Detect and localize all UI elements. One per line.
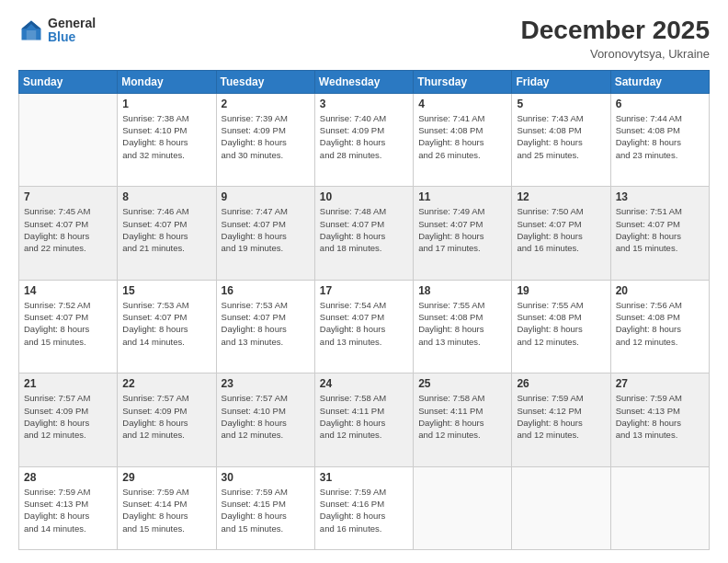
calendar-cell: 13Sunrise: 7:51 AMSunset: 4:07 PMDayligh… [610, 187, 709, 281]
day-number: 5 [517, 98, 605, 110]
day-number: 28 [24, 471, 112, 484]
weekday-header: Sunday [19, 70, 118, 93]
day-number: 21 [24, 377, 112, 390]
logo-general-text: General [48, 17, 96, 30]
calendar-cell: 31Sunrise: 7:59 AMSunset: 4:16 PMDayligh… [314, 466, 413, 549]
calendar-cell: 28Sunrise: 7:59 AMSunset: 4:13 PMDayligh… [19, 466, 118, 549]
day-info: Sunrise: 7:39 AMSunset: 4:09 PMDaylight:… [222, 112, 310, 161]
day-number: 23 [222, 377, 310, 390]
calendar-cell: 8Sunrise: 7:46 AMSunset: 4:07 PMDaylight… [118, 187, 216, 281]
calendar-cell: 1Sunrise: 7:38 AMSunset: 4:10 PMDaylight… [118, 93, 216, 187]
calendar-cell: 20Sunrise: 7:56 AMSunset: 4:08 PMDayligh… [610, 280, 709, 373]
calendar-cell: 30Sunrise: 7:59 AMSunset: 4:15 PMDayligh… [216, 466, 314, 549]
calendar-cell: 9Sunrise: 7:47 AMSunset: 4:07 PMDaylight… [216, 187, 314, 281]
day-info: Sunrise: 7:59 AMSunset: 4:13 PMDaylight:… [616, 392, 704, 441]
calendar-week-row: 28Sunrise: 7:59 AMSunset: 4:13 PMDayligh… [19, 466, 710, 549]
calendar-cell [610, 466, 709, 549]
calendar-cell: 2Sunrise: 7:39 AMSunset: 4:09 PMDaylight… [216, 93, 314, 187]
day-number: 26 [517, 377, 605, 390]
day-info: Sunrise: 7:55 AMSunset: 4:08 PMDaylight:… [517, 299, 605, 348]
calendar-week-row: 1Sunrise: 7:38 AMSunset: 4:10 PMDaylight… [19, 93, 710, 187]
day-number: 18 [418, 284, 506, 297]
day-info: Sunrise: 7:48 AMSunset: 4:07 PMDaylight:… [320, 205, 408, 254]
calendar-cell: 23Sunrise: 7:57 AMSunset: 4:10 PMDayligh… [216, 373, 314, 467]
day-number: 4 [418, 98, 506, 110]
page: General Blue December 2025 Voronovytsya,… [0, 0, 728, 563]
header: General Blue December 2025 Voronovytsya,… [18, 17, 710, 61]
day-info: Sunrise: 7:59 AMSunset: 4:14 PMDaylight:… [122, 486, 210, 534]
day-info: Sunrise: 7:45 AMSunset: 4:07 PMDaylight:… [24, 205, 112, 254]
day-number: 24 [320, 377, 408, 390]
calendar-cell: 17Sunrise: 7:54 AMSunset: 4:07 PMDayligh… [314, 280, 413, 373]
day-number: 2 [222, 98, 310, 110]
calendar-cell [19, 93, 118, 187]
title-block: December 2025 Voronovytsya, Ukraine [521, 17, 710, 61]
calendar-cell: 24Sunrise: 7:58 AMSunset: 4:11 PMDayligh… [314, 373, 413, 467]
day-info: Sunrise: 7:43 AMSunset: 4:08 PMDaylight:… [517, 112, 605, 161]
day-number: 12 [517, 190, 605, 203]
day-number: 29 [122, 471, 210, 484]
day-info: Sunrise: 7:59 AMSunset: 4:15 PMDaylight:… [222, 486, 310, 534]
svg-rect-2 [27, 30, 37, 40]
day-number: 9 [222, 190, 310, 203]
day-info: Sunrise: 7:40 AMSunset: 4:09 PMDaylight:… [320, 112, 408, 161]
calendar-cell [414, 466, 512, 549]
calendar-cell: 14Sunrise: 7:52 AMSunset: 4:07 PMDayligh… [19, 280, 118, 373]
day-info: Sunrise: 7:53 AMSunset: 4:07 PMDaylight:… [122, 299, 210, 348]
calendar-cell: 27Sunrise: 7:59 AMSunset: 4:13 PMDayligh… [610, 373, 709, 467]
calendar-cell: 29Sunrise: 7:59 AMSunset: 4:14 PMDayligh… [118, 466, 216, 549]
calendar-week-row: 7Sunrise: 7:45 AMSunset: 4:07 PMDaylight… [19, 187, 710, 281]
location: Voronovytsya, Ukraine [521, 47, 710, 61]
weekday-header: Thursday [414, 70, 512, 93]
weekday-header: Monday [118, 70, 216, 93]
calendar-cell: 26Sunrise: 7:59 AMSunset: 4:12 PMDayligh… [512, 373, 610, 467]
day-info: Sunrise: 7:49 AMSunset: 4:07 PMDaylight:… [418, 205, 506, 254]
day-info: Sunrise: 7:53 AMSunset: 4:07 PMDaylight:… [222, 299, 310, 348]
day-info: Sunrise: 7:58 AMSunset: 4:11 PMDaylight:… [320, 392, 408, 441]
calendar-cell: 22Sunrise: 7:57 AMSunset: 4:09 PMDayligh… [118, 373, 216, 467]
day-number: 31 [320, 471, 408, 484]
day-number: 6 [616, 98, 704, 110]
calendar-cell: 7Sunrise: 7:45 AMSunset: 4:07 PMDaylight… [19, 187, 118, 281]
calendar-cell: 15Sunrise: 7:53 AMSunset: 4:07 PMDayligh… [118, 280, 216, 373]
day-info: Sunrise: 7:46 AMSunset: 4:07 PMDaylight:… [122, 205, 210, 254]
calendar-cell: 16Sunrise: 7:53 AMSunset: 4:07 PMDayligh… [216, 280, 314, 373]
day-number: 27 [616, 377, 704, 390]
day-number: 10 [320, 190, 408, 203]
day-info: Sunrise: 7:50 AMSunset: 4:07 PMDaylight:… [517, 205, 605, 254]
calendar-cell: 12Sunrise: 7:50 AMSunset: 4:07 PMDayligh… [512, 187, 610, 281]
day-info: Sunrise: 7:59 AMSunset: 4:16 PMDaylight:… [320, 486, 408, 534]
day-info: Sunrise: 7:38 AMSunset: 4:10 PMDaylight:… [122, 112, 210, 161]
logo-icon [18, 17, 44, 43]
month-title: December 2025 [521, 17, 710, 45]
day-number: 13 [616, 190, 704, 203]
day-number: 17 [320, 284, 408, 297]
day-info: Sunrise: 7:57 AMSunset: 4:09 PMDaylight:… [122, 392, 210, 441]
calendar-cell: 3Sunrise: 7:40 AMSunset: 4:09 PMDaylight… [314, 93, 413, 187]
calendar-cell: 21Sunrise: 7:57 AMSunset: 4:09 PMDayligh… [19, 373, 118, 467]
calendar-cell [512, 466, 610, 549]
day-number: 7 [24, 190, 112, 203]
day-info: Sunrise: 7:51 AMSunset: 4:07 PMDaylight:… [616, 205, 704, 254]
day-info: Sunrise: 7:47 AMSunset: 4:07 PMDaylight:… [222, 205, 310, 254]
day-number: 14 [24, 284, 112, 297]
day-number: 15 [122, 284, 210, 297]
day-number: 22 [122, 377, 210, 390]
day-number: 16 [222, 284, 310, 297]
day-number: 30 [222, 471, 310, 484]
day-number: 3 [320, 98, 408, 110]
day-info: Sunrise: 7:59 AMSunset: 4:12 PMDaylight:… [517, 392, 605, 441]
day-info: Sunrise: 7:58 AMSunset: 4:11 PMDaylight:… [418, 392, 506, 441]
day-number: 8 [122, 190, 210, 203]
day-info: Sunrise: 7:52 AMSunset: 4:07 PMDaylight:… [24, 299, 112, 348]
calendar-table: SundayMondayTuesdayWednesdayThursdayFrid… [18, 70, 710, 550]
logo-text: General Blue [48, 17, 96, 45]
day-info: Sunrise: 7:44 AMSunset: 4:08 PMDaylight:… [616, 112, 704, 161]
day-number: 25 [418, 377, 506, 390]
weekday-header: Friday [512, 70, 610, 93]
calendar-cell: 5Sunrise: 7:43 AMSunset: 4:08 PMDaylight… [512, 93, 610, 187]
day-info: Sunrise: 7:55 AMSunset: 4:08 PMDaylight:… [418, 299, 506, 348]
day-info: Sunrise: 7:57 AMSunset: 4:09 PMDaylight:… [24, 392, 112, 441]
calendar-header-row: SundayMondayTuesdayWednesdayThursdayFrid… [19, 70, 710, 93]
day-info: Sunrise: 7:57 AMSunset: 4:10 PMDaylight:… [222, 392, 310, 441]
